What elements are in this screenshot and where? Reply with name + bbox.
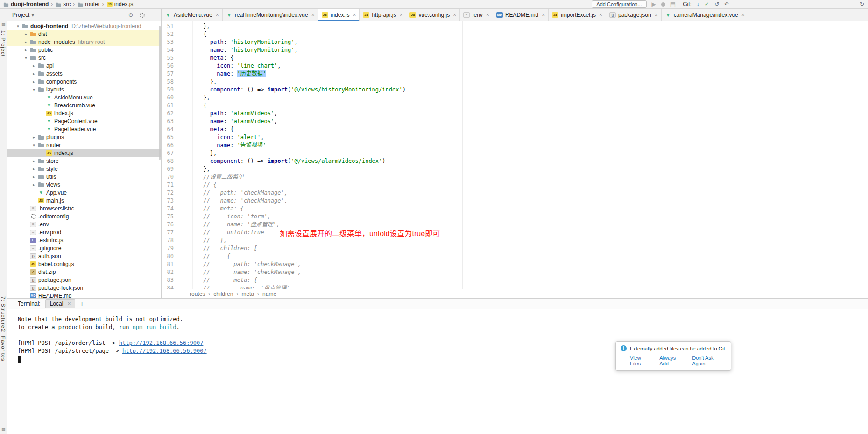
chevron-down-icon[interactable]: ▾ <box>30 87 38 92</box>
close-icon[interactable]: × <box>542 12 545 18</box>
tree-item-babel.config.js[interactable]: JSbabel.config.js <box>7 260 161 268</box>
git-history-icon[interactable]: ↺ <box>714 1 719 7</box>
git-commit-icon[interactable]: ✓ <box>705 1 709 7</box>
close-icon[interactable]: × <box>216 12 219 18</box>
git-update-icon[interactable]: ↓ <box>697 1 699 7</box>
tree-item-api[interactable]: ▸api <box>7 62 161 70</box>
chevron-down-icon[interactable]: ▾ <box>14 24 22 28</box>
editor-tab-cameraManage\index.vue[interactable]: ▼cameraManage\index.vue× <box>662 9 748 21</box>
scrollbar[interactable] <box>159 26 161 160</box>
tree-item-.env.prod[interactable]: ≡.env.prod <box>7 228 161 236</box>
tool-window-icon[interactable]: ▦ <box>1 22 6 27</box>
tree-item-AsideMenu.vue[interactable]: ▼AsideMenu.vue <box>7 93 161 101</box>
tree-item-auth.json[interactable]: {}auth.json <box>7 252 161 260</box>
terminal-link[interactable]: http://192.168.66.56:9007 <box>122 348 207 354</box>
new-terminal-button[interactable]: + <box>80 300 84 308</box>
editor-tab-AsideMenu.vue[interactable]: ▼AsideMenu.vue× <box>162 9 223 21</box>
don-t-ask-again-link[interactable]: Don't Ask Again <box>692 355 726 366</box>
tree-item-PageHeader.vue[interactable]: ▼PageHeader.vue <box>7 125 161 133</box>
close-icon[interactable]: × <box>311 12 315 18</box>
breadcrumb-item[interactable]: children <box>213 291 233 297</box>
chevron-right-icon[interactable]: ▸ <box>30 79 38 84</box>
tree-item-index.js[interactable]: JSindex.js <box>7 109 161 117</box>
editor-tab-importExcel.js[interactable]: JSimportExcel.js× <box>549 9 606 21</box>
tree-item-style[interactable]: ▸style <box>7 165 161 173</box>
tree-item-.eslintrc.js[interactable]: E.eslintrc.js <box>7 236 161 244</box>
tree-item-package.json[interactable]: {}package.json <box>7 276 161 284</box>
tree-item-.editorconfig[interactable]: .editorconfig <box>7 212 161 220</box>
editor-tab-README.md[interactable]: MDREADME.md× <box>493 9 549 21</box>
editor-tab-vue.config.js[interactable]: JSvue.config.js× <box>406 9 460 21</box>
project-panel-title[interactable]: Project <box>12 12 29 18</box>
tool-strip-project[interactable]: 1: Project <box>0 30 6 56</box>
chevron-down-icon[interactable]: ▾ <box>30 143 38 147</box>
chevron-right-icon[interactable]: ▸ <box>30 167 38 171</box>
tree-item-assets[interactable]: ▸assets <box>7 70 161 77</box>
run-icon[interactable]: ▶ <box>652 1 656 7</box>
git-rollback-icon[interactable]: ↶ <box>724 1 729 7</box>
close-icon[interactable]: × <box>655 12 658 18</box>
tree-item-.browserslistrc[interactable]: ≡.browserslistrc <box>7 204 161 212</box>
chevron-down-icon[interactable]: ▾ <box>31 12 34 18</box>
tree-item-README.md[interactable]: MDREADME.md <box>7 292 161 298</box>
always-add-link[interactable]: Always Add <box>659 355 685 366</box>
tree-item-src[interactable]: ▾src <box>7 54 161 62</box>
close-icon[interactable]: × <box>353 12 356 18</box>
hide-panel-icon[interactable]: — <box>151 12 156 18</box>
close-icon[interactable]: × <box>399 12 402 18</box>
close-icon[interactable]: × <box>67 301 71 307</box>
tree-item-layouts[interactable]: ▾layouts <box>7 85 161 93</box>
terminal-tab-local[interactable]: Local × <box>45 299 76 308</box>
editor-tab-http-api.js[interactable]: JShttp-api.js× <box>360 9 406 21</box>
code-area[interactable]: 如需设置展开的二级菜单，unfold设置为true即可 51 },52 {53 … <box>162 21 868 289</box>
chevron-right-icon[interactable]: ▸ <box>30 135 38 140</box>
close-icon[interactable]: × <box>599 12 602 18</box>
chevron-right-icon[interactable]: ▸ <box>30 182 38 187</box>
terminal-output[interactable]: Note that the development build is not o… <box>7 309 868 434</box>
settings-icon[interactable] <box>139 12 145 18</box>
breadcrumb-item[interactable]: src <box>55 1 71 7</box>
tree-item-PageContent.vue[interactable]: ▼PageContent.vue <box>7 117 161 125</box>
breadcrumb-item[interactable]: routes <box>190 291 205 297</box>
profiler-icon[interactable]: ▤ <box>670 1 676 7</box>
tree-item-utils[interactable]: ▸utils <box>7 173 161 181</box>
tool-strip-favorites[interactable]: 2: Favorites <box>0 329 6 361</box>
editor-tab-index.js[interactable]: JSindex.js× <box>318 9 360 21</box>
tree-item-package-lock.json[interactable]: {}package-lock.json <box>7 284 161 292</box>
tree-item-public[interactable]: ▸public <box>7 46 161 54</box>
tree-item-store[interactable]: ▸store <box>7 157 161 165</box>
close-icon[interactable]: × <box>486 12 489 18</box>
chevron-down-icon[interactable]: ▾ <box>22 56 30 60</box>
breadcrumb-item[interactable]: name <box>262 291 276 297</box>
tree-item-main.js[interactable]: JSmain.js <box>7 196 161 204</box>
breadcrumb-item[interactable]: router <box>77 1 99 7</box>
tree-item-duoji-frontend[interactable]: ▾duoji-frontendD:\zheheWeb\duoji-fronten… <box>7 22 161 30</box>
tree-item-components[interactable]: ▸components <box>7 77 161 85</box>
breadcrumb-item[interactable]: JSindex.js <box>106 1 134 7</box>
add-configuration-button[interactable]: Add Configuration... <box>592 0 646 8</box>
tool-strip-structure[interactable]: 7: Structure <box>0 296 6 329</box>
debug-icon[interactable] <box>661 2 665 7</box>
chevron-right-icon[interactable]: ▸ <box>30 71 38 76</box>
chevron-right-icon[interactable]: ▸ <box>22 40 30 44</box>
close-icon[interactable]: × <box>453 12 456 18</box>
tree-item-node_modules[interactable]: ▸node_moduleslibrary root <box>7 38 161 46</box>
tool-windows-toggle-icon[interactable]: ▦ <box>1 427 6 432</box>
tree-item-plugins[interactable]: ▸plugins <box>7 133 161 141</box>
locate-file-icon[interactable]: ⊙ <box>128 12 133 18</box>
tree-item-.gitignore[interactable]: ≡.gitignore <box>7 244 161 252</box>
tree-item-.env[interactable]: ≡.env <box>7 220 161 228</box>
editor-tab-.env[interactable]: ≡.env× <box>460 9 493 21</box>
chevron-right-icon[interactable]: ▸ <box>22 48 30 52</box>
editor-tab-realTimeMonitoring\index.vue[interactable]: ▼realTimeMonitoring\index.vue× <box>223 9 318 21</box>
tree-item-dist[interactable]: ▸dist <box>7 30 161 38</box>
chevron-right-icon[interactable]: ▸ <box>22 32 30 36</box>
chevron-right-icon[interactable]: ▸ <box>30 159 38 163</box>
close-icon[interactable]: × <box>741 12 745 18</box>
chevron-right-icon[interactable]: ▸ <box>30 175 38 179</box>
tree-item-index.js[interactable]: JSindex.js <box>7 149 161 157</box>
breadcrumb-item[interactable]: meta <box>241 291 254 297</box>
breadcrumb-item[interactable]: duoji-frontend <box>3 1 49 7</box>
view-files-link[interactable]: View Files <box>630 355 652 366</box>
tree-item-App.vue[interactable]: ▼App.vue <box>7 189 161 196</box>
